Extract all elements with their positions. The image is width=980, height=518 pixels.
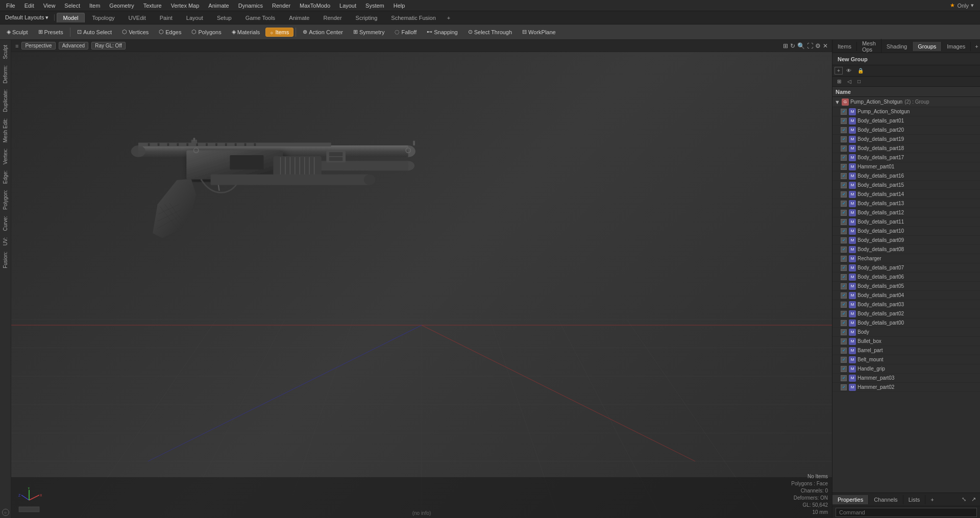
menu-edit[interactable]: Edit	[20, 2, 38, 10]
tree-item-23[interactable]: ✓ M Body_details_part00	[832, 318, 980, 328]
check-29[interactable]: ✓	[841, 375, 847, 381]
check-1[interactable]: ✓	[841, 118, 847, 124]
symmetry-button[interactable]: ⊞ Symmetry	[349, 27, 389, 37]
snapping-button[interactable]: ⊷ Snapping	[422, 27, 462, 37]
presets-button[interactable]: ⊞ Presets	[34, 27, 68, 37]
check-18[interactable]: ✓	[841, 274, 847, 280]
check-0[interactable]: ✓	[841, 109, 847, 115]
tree-item-15[interactable]: ✓ M Body_details_part08	[832, 245, 980, 254]
bp-popout-icon[interactable]: ↗	[969, 495, 978, 504]
groups-toolbar-new[interactable]: +	[835, 67, 843, 75]
action-center-button[interactable]: ⊕ Action Center	[298, 27, 348, 37]
tree-item-13[interactable]: ✓ M Body_details_part10	[832, 227, 980, 236]
check-25[interactable]: ✓	[841, 338, 847, 344]
menu-dynamics[interactable]: Dynamics	[234, 2, 267, 10]
tree-item-7[interactable]: ✓ M Body_details_part16	[832, 171, 980, 181]
tree-item-29[interactable]: ✓ M Hammer_part03	[832, 374, 980, 383]
bp-tab-lists[interactable]: Lists	[903, 495, 926, 504]
tree-item-2[interactable]: ✓ M Body_details_part20	[832, 126, 980, 135]
check-8[interactable]: ✓	[841, 182, 847, 188]
settings-icon[interactable]: ⚙	[815, 42, 821, 50]
materials-button[interactable]: ◈ Materials	[227, 27, 265, 37]
bp-tab-channels[interactable]: Channels	[869, 495, 903, 504]
tree-item-10[interactable]: ✓ M Body_details_part13	[832, 199, 980, 208]
bp-tab-properties[interactable]: Properties	[832, 495, 869, 504]
gt-btn-back[interactable]: ◁	[845, 78, 854, 85]
tree-item-4[interactable]: ✓ M Body_details_part18	[832, 144, 980, 153]
tree-item-12[interactable]: ✓ M Body_details_part11	[832, 217, 980, 227]
check-27[interactable]: ✓	[841, 357, 847, 363]
check-3[interactable]: ✓	[841, 136, 847, 142]
menu-vertex-map[interactable]: Vertex Map	[167, 2, 204, 10]
viewport-menu-icon[interactable]: ≡	[15, 43, 18, 49]
tree-item-11[interactable]: ✓ M Body_details_part12	[832, 208, 980, 217]
check-24[interactable]: ✓	[841, 329, 847, 335]
check-11[interactable]: ✓	[841, 210, 847, 216]
viewport-canvas[interactable]: No Items Polygons : Face Channels: 0 Def…	[11, 52, 832, 518]
gt-btn-grid[interactable]: ⊞	[835, 78, 844, 85]
left-tool-edge[interactable]: Edge:	[2, 167, 9, 187]
left-tool-mesh-edit[interactable]: Mesh Edit:	[2, 115, 9, 145]
menu-file[interactable]: File	[2, 2, 19, 10]
check-19[interactable]: ✓	[841, 283, 847, 289]
gt-btn-square[interactable]: □	[855, 78, 863, 85]
tab-uvedit[interactable]: UVEdit	[122, 13, 153, 22]
check-17[interactable]: ✓	[841, 265, 847, 271]
tree-item-0[interactable]: ✓ M Pump_Action_Shotgun	[832, 107, 980, 116]
menu-animate[interactable]: Animate	[204, 2, 233, 10]
camera-icon[interactable]: ⊞	[783, 42, 788, 50]
menu-layout[interactable]: Layout	[335, 2, 360, 10]
left-tool-polygon[interactable]: Polygon:	[2, 187, 9, 213]
left-tool-vertex[interactable]: Vertex:	[2, 145, 9, 167]
tab-animate[interactable]: Animate	[282, 13, 316, 22]
items-button[interactable]: ⬦ Items	[265, 28, 293, 37]
left-tool-duplicate[interactable]: Duplicate:	[2, 86, 9, 115]
left-tool-fusion[interactable]: Fusion:	[2, 249, 9, 272]
falloff-button[interactable]: ◌ Falloff	[390, 27, 421, 37]
menu-view[interactable]: View	[39, 2, 60, 10]
groups-toolbar-eye[interactable]: 👁	[844, 67, 854, 74]
tab-topology[interactable]: Topology	[85, 13, 121, 22]
menu-texture[interactable]: Texture	[139, 2, 166, 10]
command-input[interactable]	[836, 508, 977, 517]
left-tool-uv[interactable]: UV:	[2, 234, 9, 249]
tree-item-22[interactable]: ✓ M Body_details_part02	[832, 309, 980, 318]
tree-item-17[interactable]: ✓ M Body_details_part07	[832, 263, 980, 273]
tab-model[interactable]: Model	[57, 13, 85, 22]
tree-item-24[interactable]: ✓ M Body	[832, 328, 980, 337]
check-22[interactable]: ✓	[841, 311, 847, 317]
tree-item-30[interactable]: ✓ M Hammer_part02	[832, 383, 980, 392]
check-21[interactable]: ✓	[841, 302, 847, 308]
tree-item-21[interactable]: ✓ M Body_details_part03	[832, 300, 980, 309]
bp-tab-add[interactable]: +	[927, 495, 937, 504]
check-16[interactable]: ✓	[841, 256, 847, 262]
check-6[interactable]: ✓	[841, 164, 847, 170]
left-bottom-icon[interactable]: ○	[2, 509, 9, 516]
polygons-button[interactable]: ⬡ Polygons	[187, 27, 226, 37]
check-26[interactable]: ✓	[841, 348, 847, 354]
tree-item-18[interactable]: ✓ M Body_details_part06	[832, 273, 980, 282]
check-9[interactable]: ✓	[841, 191, 847, 198]
auto-select-button[interactable]: ⊡ Auto Select	[72, 27, 116, 37]
tree-group-root[interactable]: ▼ G Pump_Action_Shotgun (2) : Group	[832, 97, 980, 107]
rp-tab-add[interactable]: +	[971, 42, 980, 51]
tab-game-tools[interactable]: Game Tools	[239, 13, 282, 22]
edges-button[interactable]: ⬡ Edges	[154, 27, 186, 37]
left-tool-deform[interactable]: Deform:	[2, 62, 9, 87]
tab-scripting[interactable]: Scripting	[349, 13, 384, 22]
rp-tab-items[interactable]: Items	[832, 42, 857, 51]
left-tool-curve[interactable]: Curve:	[2, 213, 9, 234]
tree-item-9[interactable]: ✓ M Body_details_part14	[832, 190, 980, 199]
sculpt-button[interactable]: ◈ Sculpt	[2, 27, 33, 37]
fullscreen-icon[interactable]: ⛶	[807, 42, 813, 50]
tab-add-button[interactable]: +	[443, 14, 454, 22]
check-28[interactable]: ✓	[841, 366, 847, 372]
select-through-button[interactable]: ⊙ Select Through	[463, 27, 517, 37]
tab-schematic-fusion[interactable]: Schematic Fusion	[384, 13, 442, 22]
tree-item-27[interactable]: ✓ M Belt_mount	[832, 355, 980, 364]
tree-item-5[interactable]: ✓ M Body_details_part17	[832, 153, 980, 162]
viewport[interactable]: ≡ Perspective Advanced Ray GL: Off ⊞ ↻ 🔍…	[11, 40, 832, 518]
check-20[interactable]: ✓	[841, 292, 847, 299]
check-30[interactable]: ✓	[841, 384, 847, 390]
rp-tab-mesh-ops[interactable]: Mesh Ops	[857, 39, 881, 54]
